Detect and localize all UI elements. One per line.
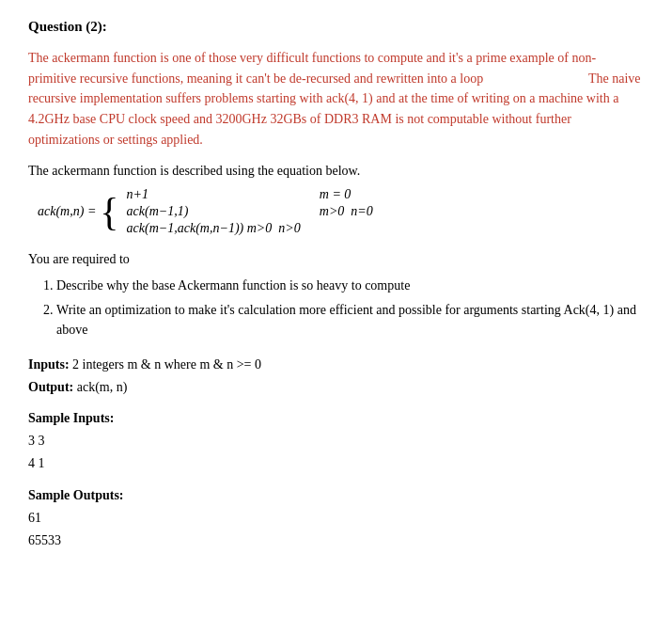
requirements-list: Describe why the base Ackermann function… <box>56 276 644 340</box>
inputs-label: Inputs: <box>28 357 70 372</box>
equation-block: ack(m,n) = { n+1 m = 0 ack(m−1,1) m>0 n=… <box>38 187 644 236</box>
inputs-outputs: Inputs: 2 integers m & n where m & n >= … <box>28 354 644 399</box>
equation-intro: The ackermann function is described usin… <box>28 161 644 182</box>
sample-outputs-values: 61 65533 <box>28 507 644 552</box>
sample-output-1: 61 <box>28 507 644 530</box>
req2-text: Write an optimization to make it's calcu… <box>56 303 636 338</box>
intro-paragraph: The ackermann function is one of those v… <box>28 48 644 150</box>
sample-outputs-title: Sample Outputs: <box>28 488 644 503</box>
output-line: Output: ack(m, n) <box>28 376 644 399</box>
req1-text: Describe why the base Ackermann function… <box>56 278 410 293</box>
equation-section: The ackermann function is described usin… <box>28 161 644 236</box>
case3-expr: ack(m−1,ack(m,n−1)) m>0 n>0 <box>127 221 301 236</box>
sample-outputs-section: Sample Outputs: 61 65533 <box>28 488 644 552</box>
ack-lhs: ack(m,n) = <box>38 204 96 219</box>
inputs-value: 2 integers m & n where m & n >= 0 <box>72 357 261 372</box>
requirement-1: Describe why the base Ackermann function… <box>56 276 644 296</box>
case2-expr: ack(m−1,1) <box>127 204 301 219</box>
intro-text-part1: The ackermann function is one of those v… <box>28 51 596 86</box>
output-label: Output: <box>28 380 73 394</box>
case1-cond: m = 0 <box>320 187 373 202</box>
sample-inputs-section: Sample Inputs: 3 3 4 1 <box>28 411 644 475</box>
brace: { <box>100 192 118 231</box>
cases-grid: n+1 m = 0 ack(m−1,1) m>0 n=0 ack(m−1,ack… <box>127 187 373 236</box>
question-title: Question (2): <box>28 19 644 35</box>
page-content: Question (2): The ackermann function is … <box>28 19 644 552</box>
output-value: ack(m, n) <box>77 380 128 394</box>
sample-input-1: 3 3 <box>28 430 644 452</box>
case1-expr: n+1 <box>127 187 301 202</box>
sample-output-2: 65533 <box>28 530 644 552</box>
required-intro: You are required to <box>28 249 644 270</box>
inputs-line: Inputs: 2 integers m & n where m & n >= … <box>28 354 644 376</box>
requirement-2: Write an optimization to make it's calcu… <box>56 300 644 340</box>
sample-inputs-values: 3 3 4 1 <box>28 430 644 475</box>
required-section: You are required to Describe why the bas… <box>28 249 644 340</box>
sample-inputs-title: Sample Inputs: <box>28 411 644 426</box>
case2-cond: m>0 n=0 <box>320 204 373 219</box>
sample-input-2: 4 1 <box>28 452 644 475</box>
